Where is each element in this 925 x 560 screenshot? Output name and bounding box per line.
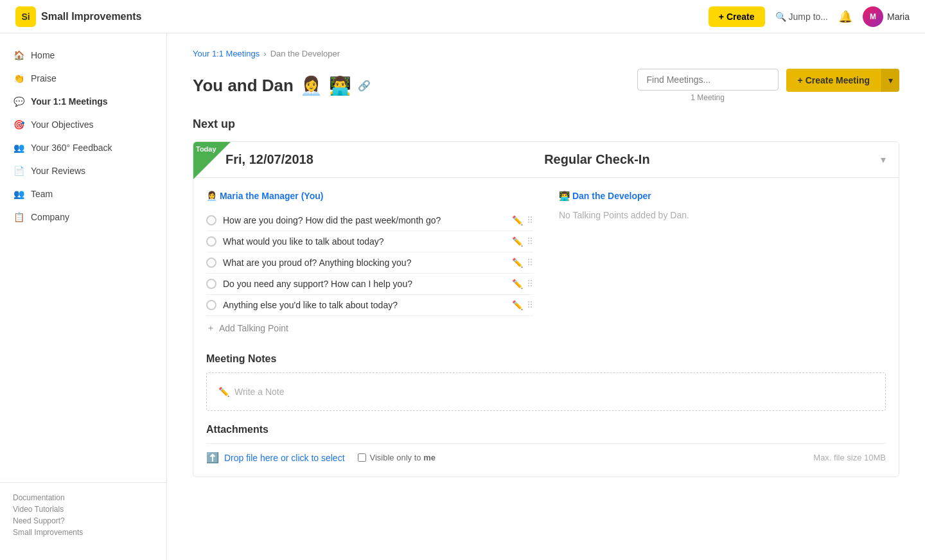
user-name: Maria	[887, 12, 910, 22]
add-talking-point-button[interactable]: ＋ Add Talking Point	[206, 316, 533, 340]
tp-text-1: What would you like to talk about today?	[223, 236, 506, 247]
notes-input-area[interactable]: ✏️ Write a Note	[206, 372, 886, 411]
tp-edit-icon-4[interactable]: ✏️	[512, 300, 523, 310]
add-tp-icon: ＋	[206, 322, 215, 334]
home-icon: 🏠	[13, 49, 24, 61]
docs-link[interactable]: Documentation	[13, 493, 154, 502]
talking-point-1: What would you like to talk about today?…	[206, 231, 533, 252]
topnav-right: + Create 🔍 Jump to... 🔔 M Maria	[709, 6, 910, 27]
manager-avatar-small: 👩‍💼	[206, 191, 217, 201]
developer-avatar-small: 👨‍💻	[559, 191, 570, 201]
sidebar-item-reviews[interactable]: 📄 Your Reviews	[0, 159, 166, 182]
drop-file-label[interactable]: Drop file here or click to select	[224, 453, 345, 463]
today-badge: Today	[193, 142, 231, 179]
no-talking-points: No Talking Points added by Dan.	[559, 210, 886, 220]
meeting-body: 👩‍💼 Maria the Manager (You) How are you …	[193, 178, 899, 353]
sidebar-label-company: Company	[31, 212, 69, 222]
company-link[interactable]: Small Improvements	[13, 528, 154, 537]
tp-drag-icon-0[interactable]: ⠿	[527, 215, 533, 225]
sidebar-label-meetings: Your 1:1 Meetings	[31, 96, 108, 107]
create-button[interactable]: + Create	[709, 6, 765, 27]
sidebar-item-company[interactable]: 📋 Company	[0, 206, 166, 229]
user-menu[interactable]: M Maria	[863, 6, 910, 27]
find-meetings-input[interactable]	[637, 69, 779, 91]
tp-edit-icon-3[interactable]: ✏️	[512, 279, 523, 289]
manager-column: 👩‍💼 Maria the Manager (You) How are you …	[206, 191, 533, 340]
link-icon[interactable]: 🔗	[358, 80, 371, 92]
tp-checkbox-2[interactable]	[206, 258, 216, 268]
meeting-type: Regular Check-In	[544, 152, 649, 167]
tp-drag-icon-2[interactable]: ⠿	[527, 258, 533, 268]
tp-edit-icon-0[interactable]: ✏️	[512, 215, 523, 225]
sidebar-item-home[interactable]: 🏠 Home	[0, 44, 166, 67]
sidebar-label-praise: Praise	[31, 73, 57, 83]
content-area: Your 1:1 Meetings › Dan the Developer Yo…	[167, 33, 925, 560]
meeting-card-header: Today Fri, 12/07/2018 Regular Check-In ▾	[193, 142, 899, 178]
feedback-icon: 👥	[13, 142, 24, 153]
tp-edit-icon-1[interactable]: ✏️	[512, 236, 523, 247]
talking-point-2: What are you proud of? Anything blocking…	[206, 252, 533, 274]
pen-icon: ✏️	[218, 387, 229, 397]
breadcrumb-parent[interactable]: Your 1:1 Meetings	[193, 49, 260, 58]
talking-point-3: Do you need any support? How can I help …	[206, 274, 533, 295]
max-file-size: Max. file size 10MB	[813, 453, 886, 462]
support-link[interactable]: Need Support?	[13, 516, 154, 525]
sidebar-item-objectives[interactable]: 🎯 Your Objectives	[0, 113, 166, 136]
tp-drag-icon-3[interactable]: ⠿	[527, 279, 533, 289]
tp-checkbox-0[interactable]	[206, 215, 216, 225]
sidebar-footer: Documentation Video Tutorials Need Suppo…	[0, 482, 166, 550]
create-meeting-dropdown[interactable]: ▾	[881, 69, 899, 92]
visible-only-checkbox[interactable]	[358, 453, 366, 462]
avatar: M	[863, 6, 883, 27]
sidebar-label-reviews: Your Reviews	[31, 166, 85, 176]
tp-drag-icon-1[interactable]: ⠿	[527, 236, 533, 247]
topnav: Si Small Improvements + Create 🔍 Jump to…	[0, 0, 925, 33]
drop-zone: ⬆️ Drop file here or click to select Vis…	[206, 443, 886, 464]
today-ribbon: Today	[193, 142, 231, 179]
visible-only-label: Visible only to me	[358, 453, 436, 462]
meeting-card: Today Fri, 12/07/2018 Regular Check-In ▾…	[193, 141, 899, 477]
developer-avatar: 👨‍💻	[329, 75, 351, 96]
page-title-text: You and Dan	[193, 76, 294, 96]
manager-avatar: 👩‍💼	[300, 75, 322, 96]
jump-to-button[interactable]: 🔍 Jump to...	[775, 12, 828, 22]
sidebar-label-team: Team	[31, 189, 53, 199]
talking-point-4: Anything else you'd like to talk about t…	[206, 295, 533, 316]
notifications-button[interactable]: 🔔	[838, 10, 852, 24]
tp-checkbox-1[interactable]	[206, 236, 216, 247]
breadcrumb-separator: ›	[263, 49, 266, 58]
search-icon: 🔍	[775, 12, 786, 22]
attachments-section: Attachments ⬆️ Drop file here or click t…	[193, 424, 899, 477]
sidebar-item-feedback[interactable]: 👥 Your 360° Feedback	[0, 136, 166, 159]
praise-icon: 👏	[13, 73, 24, 84]
sidebar-item-praise[interactable]: 👏 Praise	[0, 67, 166, 90]
page-header: You and Dan 👩‍💼 👨‍💻 🔗 1 Meeting + Create…	[193, 69, 899, 102]
sidebar-item-meetings[interactable]: 💬 Your 1:1 Meetings	[0, 90, 166, 113]
sidebar-label-objectives: Your Objectives	[31, 119, 94, 130]
sidebar-label-feedback: Your 360° Feedback	[31, 143, 112, 153]
sidebar-item-team[interactable]: 👥 Team	[0, 182, 166, 206]
create-meeting-button-group: + Create Meeting ▾	[786, 69, 899, 92]
topnav-left: Si Small Improvements	[15, 6, 142, 27]
team-icon: 👥	[13, 188, 24, 200]
attachments-title: Attachments	[206, 424, 886, 435]
tutorials-link[interactable]: Video Tutorials	[13, 505, 154, 514]
tp-checkbox-3[interactable]	[206, 279, 216, 289]
meeting-notes-section: Meeting Notes ✏️ Write a Note	[193, 353, 899, 424]
upload-icon: ⬆️	[206, 451, 219, 464]
add-tp-label: Add Talking Point	[219, 323, 288, 333]
meeting-chevron-icon[interactable]: ▾	[881, 153, 886, 166]
notes-placeholder: Write a Note	[234, 387, 285, 397]
sidebar-label-home: Home	[31, 50, 55, 60]
tp-drag-icon-4[interactable]: ⠿	[527, 300, 533, 310]
tp-text-4: Anything else you'd like to talk about t…	[223, 300, 506, 310]
tp-checkbox-4[interactable]	[206, 300, 216, 310]
company-icon: 📋	[13, 211, 24, 223]
breadcrumb: Your 1:1 Meetings › Dan the Developer	[193, 49, 899, 58]
breadcrumb-current: Dan the Developer	[270, 49, 340, 58]
visible-me-bold: me	[423, 453, 436, 462]
drop-left: ⬆️ Drop file here or click to select Vis…	[206, 451, 436, 464]
create-meeting-button[interactable]: + Create Meeting	[786, 69, 881, 92]
tp-edit-icon-2[interactable]: ✏️	[512, 258, 523, 268]
tp-text-2: What are you proud of? Anything blocking…	[223, 258, 506, 268]
